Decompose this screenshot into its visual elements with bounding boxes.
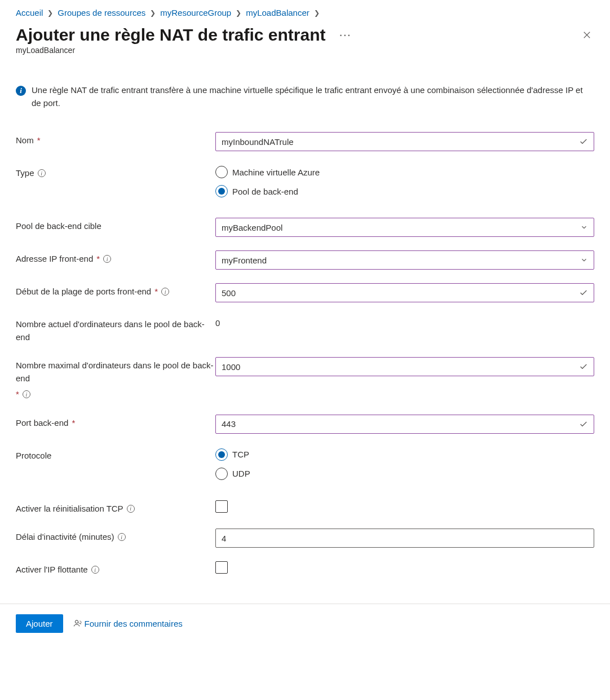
info-text: Une règle NAT de trafic entrant transfèr… — [32, 84, 594, 109]
max-machines-input[interactable] — [215, 357, 594, 376]
floating-ip-checkbox[interactable] — [215, 561, 228, 574]
chevron-right-icon: ❯ — [236, 9, 241, 17]
radio-label: TCP — [232, 450, 249, 459]
breadcrumb-home[interactable]: Accueil — [16, 8, 43, 17]
type-radio-backend-pool[interactable]: Pool de back-end — [215, 185, 594, 197]
info-icon[interactable]: i — [103, 255, 111, 263]
breadcrumb-myloadbalancer[interactable]: myLoadBalancer — [246, 8, 310, 17]
type-radio-vm[interactable]: Machine virtuelle Azure — [215, 166, 594, 178]
page-title: Ajouter une règle NAT de trafic entrant … — [16, 25, 351, 45]
radio-icon — [215, 166, 228, 178]
protocol-radio-udp[interactable]: UDP — [215, 468, 594, 480]
close-button[interactable] — [580, 28, 594, 42]
select-value: myFrontend — [222, 256, 267, 265]
tcp-reset-label: Activer la réinitialisation TCP i — [16, 500, 215, 516]
info-icon: i — [16, 86, 26, 96]
radio-label: Machine virtuelle Azure — [232, 168, 320, 177]
frontend-ip-select[interactable]: myFrontend — [215, 250, 594, 270]
frontend-port-start-input[interactable] — [215, 283, 594, 302]
current-machines-label: Nombre actuel d'ordinateurs dans le pool… — [16, 316, 215, 344]
radio-icon — [215, 468, 228, 480]
tcp-reset-checkbox[interactable] — [215, 500, 228, 513]
floating-ip-label: Activer l'IP flottante i — [16, 561, 215, 576]
current-machines-value: 0 — [215, 316, 594, 328]
feedback-icon — [73, 619, 82, 628]
add-button[interactable]: Ajouter — [16, 614, 63, 633]
chevron-right-icon: ❯ — [314, 9, 320, 17]
backend-port-label: Port back-end* — [16, 415, 215, 430]
backend-port-input[interactable] — [215, 415, 594, 434]
backend-pool-select[interactable]: myBackendPool — [215, 218, 594, 237]
chevron-right-icon: ❯ — [150, 9, 156, 17]
info-icon[interactable]: i — [118, 533, 126, 541]
max-machines-label: Nombre maximal d'ordinateurs dans le poo… — [16, 357, 215, 401]
svg-point-0 — [75, 620, 78, 623]
info-icon[interactable]: i — [38, 169, 46, 177]
radio-label: Pool de back-end — [232, 187, 298, 196]
radio-icon — [215, 185, 228, 197]
info-icon[interactable]: i — [91, 566, 99, 574]
more-actions-button[interactable]: ··· — [339, 28, 351, 42]
info-icon[interactable]: i — [23, 390, 30, 398]
page-title-text: Ajouter une règle NAT de trafic entrant — [16, 25, 326, 45]
protocol-radio-tcp[interactable]: TCP — [215, 448, 594, 461]
close-icon — [582, 30, 592, 40]
backend-pool-label: Pool de back-end cible — [16, 218, 215, 233]
name-input[interactable] — [215, 132, 594, 151]
idle-timeout-input[interactable] — [215, 529, 594, 548]
footer: Ajouter Fournir des commentaires — [0, 604, 610, 643]
radio-icon — [215, 448, 228, 461]
info-icon[interactable]: i — [127, 505, 135, 513]
page-subtitle: myLoadBalancer — [16, 46, 594, 55]
breadcrumb: Accueil ❯ Groupes de ressources ❯ myReso… — [16, 8, 594, 17]
idle-timeout-label: Délai d'inactivité (minutes) i — [16, 529, 215, 544]
chevron-right-icon: ❯ — [47, 9, 53, 17]
breadcrumb-resource-groups[interactable]: Groupes de ressources — [58, 8, 145, 17]
type-label: Type i — [16, 165, 215, 180]
name-label: Nom* — [16, 132, 215, 147]
radio-label: UDP — [232, 469, 250, 478]
frontend-port-start-label: Début de la plage de ports front-end* i — [16, 283, 215, 298]
breadcrumb-myresourcegroup[interactable]: myResourceGroup — [160, 8, 231, 17]
feedback-link[interactable]: Fournir des commentaires — [73, 619, 183, 628]
select-value: myBackendPool — [222, 223, 282, 232]
info-box: i Une règle NAT de trafic entrant transf… — [16, 84, 594, 109]
protocol-label: Protocole — [16, 447, 215, 463]
feedback-label: Fournir des commentaires — [85, 619, 183, 628]
frontend-ip-label: Adresse IP front-end* i — [16, 250, 215, 266]
info-icon[interactable]: i — [161, 288, 169, 296]
